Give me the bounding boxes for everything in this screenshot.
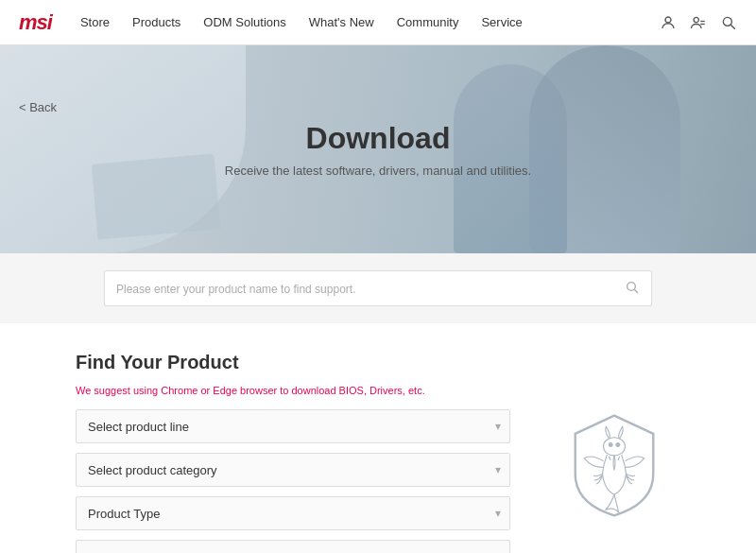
product-search-bar[interactable] (104, 270, 652, 306)
product-type-wrapper: Product Type ▾ (76, 496, 510, 530)
search-bar-icon (625, 280, 640, 298)
nav-link-community[interactable]: Community (397, 15, 459, 29)
nav-link-store[interactable]: Store (80, 15, 110, 29)
account-icon[interactable] (660, 14, 677, 31)
hero-content: Download Receive the latest software, dr… (225, 121, 531, 178)
back-link[interactable]: < Back (19, 100, 57, 114)
main-content: Find Your Product We suggest using Chrom… (0, 323, 756, 553)
search-section (0, 253, 756, 323)
svg-line-5 (730, 25, 735, 29)
svg-point-8 (603, 438, 625, 456)
nav-link-products[interactable]: Products (132, 15, 180, 29)
navbar: msi Store Products ODM Solutions What's … (0, 0, 756, 45)
product-line-select[interactable]: Select product line (76, 409, 510, 443)
product-type-select[interactable]: Product Type (76, 496, 510, 530)
hero-section: < Back Download Receive the latest softw… (0, 45, 756, 253)
product-model-select[interactable]: Product Model (76, 540, 510, 553)
hero-title: Download (225, 121, 531, 156)
svg-point-9 (609, 442, 612, 446)
product-category-wrapper: Select product category ▾ (76, 453, 510, 487)
left-panel: Find Your Product We suggest using Chrom… (76, 352, 510, 553)
search-nav-icon[interactable] (720, 14, 737, 31)
suggestion-text: We suggest using Chrome or Edge browser … (76, 385, 510, 396)
product-model-wrapper: Product Model ▾ (76, 540, 510, 553)
nav-link-odm[interactable]: ODM Solutions (203, 15, 285, 29)
brand-logo[interactable]: msi (19, 10, 52, 35)
svg-point-0 (665, 17, 671, 23)
hero-subtitle: Receive the latest software, drivers, ma… (225, 164, 531, 178)
product-search-input[interactable] (116, 282, 625, 296)
nav-icons (660, 14, 737, 31)
svg-line-7 (634, 289, 638, 293)
nav-link-whatsnew[interactable]: What's New (309, 15, 374, 29)
find-product-title: Find Your Product (76, 352, 510, 373)
user-list-icon[interactable] (690, 14, 707, 31)
svg-point-6 (627, 282, 636, 290)
nav-links: Store Products ODM Solutions What's New … (80, 15, 660, 29)
product-category-select[interactable]: Select product category (76, 453, 510, 487)
svg-point-1 (694, 17, 698, 22)
product-line-wrapper: Select product line ▾ (76, 409, 510, 443)
hero-banner: Download Receive the latest software, dr… (0, 45, 756, 253)
nav-link-service[interactable]: Service (481, 15, 522, 29)
svg-point-4 (723, 17, 731, 26)
svg-point-10 (616, 442, 620, 446)
dragon-shield-logo (562, 408, 666, 522)
right-panel (548, 408, 680, 522)
